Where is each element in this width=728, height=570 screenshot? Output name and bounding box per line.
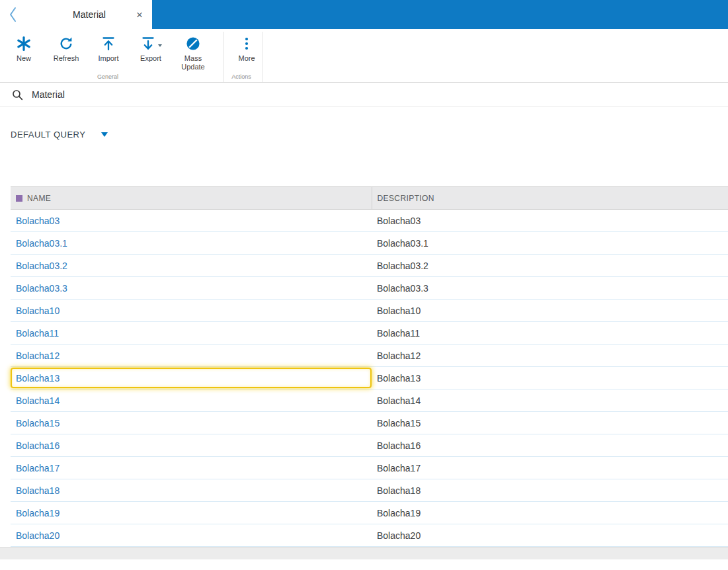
material-name-link[interactable]: Bolacha12 xyxy=(16,350,60,361)
tab-material[interactable]: Material × xyxy=(26,0,152,29)
description-cell: Bolacha18 xyxy=(372,479,728,502)
more-button[interactable]: More xyxy=(228,32,265,63)
material-name-link[interactable]: Bolacha03.3 xyxy=(16,283,67,294)
column-header-description-label: DESCRIPTION xyxy=(378,194,434,203)
table-row: Bolacha03.3 Bolacha03.3 xyxy=(11,277,728,300)
material-name-link[interactable]: Bolacha16 xyxy=(16,440,60,451)
table-row: Bolacha12 Bolacha12 xyxy=(11,345,728,367)
toolbar-group-divider xyxy=(223,32,224,82)
table-row: Bolacha20 Bolacha20 xyxy=(11,524,728,547)
table-row: Bolacha03.2 Bolacha03.2 xyxy=(11,255,728,277)
import-button-label: Import xyxy=(98,54,118,63)
table-header-row: NAME DESCRIPTION xyxy=(11,187,728,210)
column-header-description[interactable]: DESCRIPTION xyxy=(372,187,728,210)
name-cell: Bolacha18 xyxy=(11,479,372,502)
material-name-link[interactable]: Bolacha13 xyxy=(16,373,60,384)
description-cell: Bolacha13 xyxy=(372,367,728,389)
name-cell: Bolacha03.2 xyxy=(11,255,372,277)
mass-update-button-label: Mass Update xyxy=(175,54,212,71)
tab-close-icon[interactable]: × xyxy=(134,9,145,20)
export-icon xyxy=(140,36,156,52)
table-row: Bolacha17 Bolacha17 xyxy=(11,457,728,479)
material-name-link[interactable]: Bolacha15 xyxy=(16,418,60,428)
search-input[interactable]: Material xyxy=(0,83,728,107)
table-row: Bolacha18 Bolacha18 xyxy=(11,479,728,502)
chevron-down-icon xyxy=(101,132,108,137)
name-cell: Bolacha16 xyxy=(11,434,372,457)
description-cell: Bolacha03.2 xyxy=(372,255,728,277)
table-row: Bolacha19 Bolacha19 xyxy=(11,502,728,524)
description-cell: Bolacha11 xyxy=(372,322,728,345)
toolbar-group-divider xyxy=(263,32,263,82)
description-cell: Bolacha10 xyxy=(372,300,728,322)
name-cell: Bolacha11 xyxy=(11,322,372,345)
toolbar-group-label-general: General xyxy=(97,73,118,80)
name-cell: Bolacha13 xyxy=(11,367,372,389)
query-selector[interactable]: DEFAULT QUERY xyxy=(0,107,108,140)
name-cell: Bolacha10 xyxy=(11,300,372,322)
export-dropdown-caret-icon xyxy=(158,44,162,47)
column-header-name-label: NAME xyxy=(27,194,51,203)
name-cell: Bolacha03.3 xyxy=(11,277,372,300)
material-name-link[interactable]: Bolacha17 xyxy=(16,463,60,473)
toolbar-group-label-actions: Actions xyxy=(231,73,251,80)
material-name-link[interactable]: Bolacha14 xyxy=(16,395,60,406)
material-name-link[interactable]: Bolacha19 xyxy=(16,508,60,518)
new-button-label: New xyxy=(17,54,31,63)
query-selector-label: DEFAULT QUERY xyxy=(11,130,85,140)
mass-update-button[interactable]: Mass Update xyxy=(175,32,212,71)
material-name-link[interactable]: Bolacha03.2 xyxy=(16,261,67,271)
search-icon xyxy=(12,89,23,101)
new-button[interactable]: New xyxy=(5,32,42,63)
table-row: Bolacha15 Bolacha15 xyxy=(11,412,728,434)
tab-bar: Material × xyxy=(0,0,728,29)
material-name-link[interactable]: Bolacha03 xyxy=(16,216,60,226)
back-chevron-icon xyxy=(9,6,18,23)
table-body: Bolacha03 Bolacha03 Bolacha03.1 Bolacha0… xyxy=(11,210,728,547)
table-row: Bolacha13 Bolacha13 xyxy=(11,367,728,389)
horizontal-scrollbar-track[interactable] xyxy=(0,547,728,559)
material-list: NAME DESCRIPTION Bolacha03 Bolacha03 Bol… xyxy=(11,186,728,547)
description-cell: Bolacha03.1 xyxy=(372,232,728,255)
table-row: Bolacha03 Bolacha03 xyxy=(11,210,728,232)
description-cell: Bolacha19 xyxy=(372,502,728,524)
more-ellipsis-icon xyxy=(239,35,255,52)
new-asterisk-icon xyxy=(16,35,32,52)
name-cell: Bolacha03 xyxy=(11,210,372,232)
table-row: Bolacha10 Bolacha10 xyxy=(11,300,728,322)
import-button[interactable]: Import xyxy=(90,32,127,63)
refresh-icon xyxy=(58,35,74,52)
name-cell: Bolacha20 xyxy=(11,524,372,547)
import-icon xyxy=(101,35,116,52)
table-row: Bolacha03.1 Bolacha03.1 xyxy=(11,232,728,255)
refresh-button-label: Refresh xyxy=(54,54,79,63)
export-button[interactable]: Export xyxy=(132,32,169,63)
description-cell: Bolacha03.3 xyxy=(372,277,728,300)
export-button-label: Export xyxy=(140,54,161,63)
material-name-link[interactable]: Bolacha20 xyxy=(16,530,60,541)
search-value: Material xyxy=(32,89,65,100)
back-button[interactable] xyxy=(0,0,26,29)
description-cell: Bolacha14 xyxy=(372,389,728,412)
name-cell: Bolacha03.1 xyxy=(11,232,372,255)
description-cell: Bolacha15 xyxy=(372,412,728,434)
column-marker-icon xyxy=(16,195,22,202)
description-cell: Bolacha03 xyxy=(372,210,728,232)
table-row: Bolacha11 Bolacha11 xyxy=(11,322,728,345)
material-name-link[interactable]: Bolacha03.1 xyxy=(16,238,67,249)
name-cell: Bolacha14 xyxy=(11,389,372,412)
refresh-button[interactable]: Refresh xyxy=(48,32,85,63)
description-cell: Bolacha16 xyxy=(372,434,728,457)
material-name-link[interactable]: Bolacha11 xyxy=(16,328,59,339)
description-cell: Bolacha12 xyxy=(372,345,728,367)
name-cell: Bolacha12 xyxy=(11,345,372,367)
material-name-link[interactable]: Bolacha10 xyxy=(16,305,60,316)
name-cell: Bolacha17 xyxy=(11,457,372,479)
name-cell: Bolacha15 xyxy=(11,412,372,434)
description-cell: Bolacha20 xyxy=(372,524,728,547)
column-header-name[interactable]: NAME xyxy=(11,187,372,210)
table-row: Bolacha14 Bolacha14 xyxy=(11,389,728,412)
toolbar: New Refresh Import Export Mass Update xyxy=(0,29,728,83)
top-bar-fill xyxy=(152,0,728,29)
material-name-link[interactable]: Bolacha18 xyxy=(16,485,60,496)
